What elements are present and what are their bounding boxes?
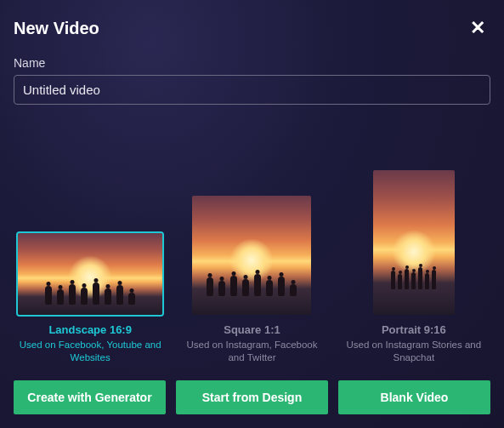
start-from-design-button[interactable]: Start from Design [176,380,328,414]
create-with-generator-button[interactable]: Create with Generator [14,380,166,414]
ratio-title: Square 1:1 [224,323,280,336]
blank-video-button[interactable]: Blank Video [338,380,490,414]
modal-header: New Video ✕ [14,15,490,41]
ratio-option-square[interactable]: Square 1:1 Used on Instagram, Facebook a… [175,196,328,365]
ratio-title: Landscape 16:9 [48,323,132,336]
thumbnail-square [192,196,311,315]
new-video-modal: New Video ✕ Name Landscape 16:9 Used on … [0,0,504,428]
thumbnail-portrait [373,170,455,315]
aspect-ratio-options: Landscape 16:9 Used on Facebook, Youtube… [14,128,490,365]
ratio-option-landscape[interactable]: Landscape 16:9 Used on Facebook, Youtube… [14,233,167,365]
thumbnail-landscape [18,233,162,315]
ratio-desc: Used on Facebook, Youtube and Websites [18,339,162,365]
close-icon[interactable]: ✕ [465,15,490,41]
ratio-desc: Used on Instagram, Facebook and Twitter [179,339,324,365]
modal-title: New Video [14,19,99,38]
ratio-title: Portrait 9:16 [382,323,446,336]
ratio-desc: Used on Instagram Stories and Snapchat [342,339,486,365]
name-label: Name [14,56,490,70]
video-name-input[interactable] [14,75,490,105]
action-bar: Create with Generator Start from Design … [14,380,490,414]
ratio-option-portrait[interactable]: Portrait 9:16 Used on Instagram Stories … [337,170,490,365]
